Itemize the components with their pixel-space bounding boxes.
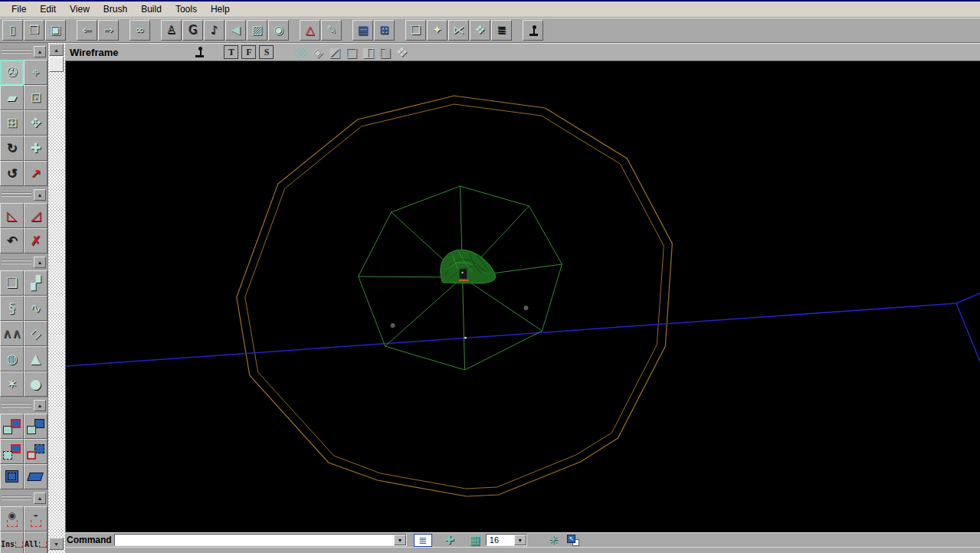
split-poly-button[interactable]: ◿ [24,203,48,228]
actor-class-browser-button[interactable]: ♙ [161,20,182,41]
sphere-brush-button[interactable]: ● [24,371,48,397]
texture-usage-mode-button[interactable]: ◩ [326,44,343,61]
wireframe-mode-icon: ◇ [296,46,306,59]
brush-snap-scale-mode-button[interactable]: ⊞ [0,110,24,136]
menu-brush[interactable]: Brush [97,2,134,16]
palette-scroll-thumb[interactable] [49,57,64,72]
undo-button[interactable]: ⇐ [77,20,97,41]
bsp-cuts-mode-button[interactable]: ◪ [343,44,359,61]
joystick-icon[interactable] [195,47,204,57]
toggle-f-button[interactable]: F [241,45,256,59]
rotation-grid-button[interactable]: ✳ [547,534,560,547]
vertex-snap-button[interactable]: ✚ [443,534,456,547]
brush-rotate-mode-button[interactable]: ↻ [0,136,24,161]
show-selected-actors-button[interactable] [0,506,24,532]
new-map-button[interactable]: ▯ [2,20,23,41]
camera-movement-mode-button[interactable]: ✇ [0,60,24,85]
menu-view[interactable]: View [63,2,97,16]
zone-portal-mode-button[interactable]: ◈ [309,44,326,61]
sheet-brush-button[interactable]: ◇ [24,321,48,346]
script-editor-button[interactable]: ▤ [352,20,373,41]
texture-pan-mode-icon: ✚ [30,142,41,155]
delete-clip-button[interactable]: ✗ [24,228,48,254]
search-actors-button[interactable]: ∞ [129,20,150,41]
music-browser-button[interactable]: ♪ [204,20,225,41]
toggle-t-button[interactable]: T [224,45,238,59]
textured-mode-button[interactable]: ◧ [359,44,376,61]
volumetric-brush-button[interactable]: ✶ [0,371,24,397]
texture-rotate-mode-button[interactable]: ↺ [0,161,24,186]
build-lighting-button[interactable]: ✦ [427,20,447,41]
section-collapse-button[interactable]: ▲ [34,400,46,411]
grid-size-dropdown-button[interactable]: ▼ [514,535,526,545]
csg-deintersect-button[interactable] [24,439,48,464]
select-all-actors-button[interactable]: All [24,532,48,553]
build-all-button[interactable]: ❖ [470,20,490,41]
build-geometry-button[interactable]: ❑ [405,20,426,41]
redo-button[interactable]: ⇒ [98,20,119,41]
section-collapse-button[interactable]: ▲ [34,189,46,201]
top-toolbar: ▯❒▣⇐⇒∞♙G♪◀▨◉△✎▤⊞❑✦⋉❖≣ [0,18,980,43]
brush-clip-button[interactable]: ◺ [0,203,24,228]
stair-brush-button[interactable]: ▞ [24,270,48,296]
section-collapse-button[interactable]: ▲ [34,257,46,268]
maximize-viewport-button[interactable]: ↖ [565,534,581,547]
menu-help[interactable]: Help [204,2,237,16]
add-special-brush-button[interactable] [0,464,24,489]
palette-scroll-up-button[interactable]: ▲ [49,44,64,56]
save-map-button[interactable]: ▣ [45,20,66,41]
texture-pan-mode-button[interactable]: ✚ [24,136,48,161]
actor-browser-button[interactable]: ⊞ [374,20,395,41]
group-browser-button[interactable]: G [182,20,203,41]
csg-intersect-button[interactable] [0,439,24,464]
surface-properties-button[interactable]: ✎ [321,20,342,41]
play-map-button[interactable] [523,20,543,41]
log-window-button[interactable]: ≣ [414,534,432,547]
subtract-brush-inner-rim [245,104,664,489]
build-all-icon: ❖ [475,25,485,36]
brush-scale-mode-button[interactable]: ▰ [0,85,24,110]
actor-scale-mode-button[interactable]: ⊡ [24,85,48,110]
open-map-button[interactable]: ❒ [24,20,44,41]
build-options-button[interactable]: ≣ [491,20,512,41]
cone-brush-button[interactable]: ▲ [24,346,48,371]
menu-tools[interactable]: Tools [169,2,204,16]
brush-stretch-mode-button[interactable]: ✥ [24,110,48,136]
palette-scrollbar[interactable]: ▲ ▼ [48,43,65,553]
build-paths-button[interactable]: ⋉ [448,20,469,41]
invert-selection-button[interactable]: Ins [0,532,24,553]
vertex-editing-mode-button[interactable]: ⌖ [24,60,48,85]
menu-file[interactable]: File [5,2,33,16]
curved-stair-brush-button[interactable]: ∿ [24,296,48,321]
texture-browser-button[interactable]: ▨ [247,20,267,41]
section-collapse-button[interactable]: ▲ [34,492,46,504]
menu-edit[interactable]: Edit [33,2,63,16]
sound-browser-button[interactable]: ◀ [225,20,246,41]
csg-add-button[interactable] [0,414,24,439]
menu-build[interactable]: Build [134,2,169,16]
cube-brush-button[interactable]: ❑ [0,270,24,296]
spiral-stair-brush-button[interactable]: § [0,296,24,321]
face-drag-mode-button[interactable]: ↗ [24,161,48,186]
flip-clip-button[interactable]: ↶ [0,228,24,254]
command-input[interactable] [115,535,394,545]
csg-subtract-button[interactable] [24,414,48,439]
hide-selected-actors-button[interactable] [24,506,48,532]
palette-scroll-down-button[interactable]: ▼ [49,538,64,550]
terrain-brush-button[interactable]: ∧∧ [0,321,24,346]
cylinder-brush-button[interactable]: ◍ [0,346,24,371]
cone-brush-icon: ▲ [31,352,41,365]
wireframe-viewport[interactable] [65,61,980,532]
lighting-mode-button[interactable]: ◨ [376,44,393,61]
grid-toggle-button[interactable]: ▦ [468,534,482,547]
dynamic-light-mode-button[interactable]: ❖ [393,44,410,61]
mesh-browser-button[interactable]: ◉ [268,20,289,41]
add-movable-brush-button[interactable] [24,464,48,489]
toggle-s-button[interactable]: S [259,45,274,59]
section-collapse-button[interactable]: ▲ [34,46,46,57]
command-bar: Command ▼ ≣ ✚ ▦ 16 ▼ ✳ ↖ [65,532,980,547]
2d-shape-editor-button[interactable]: △ [300,20,320,41]
wireframe-mode-button[interactable]: ◇ [292,44,309,61]
command-dropdown-button[interactable]: ▼ [394,535,406,545]
curved-stair-brush-icon: ∿ [30,302,41,315]
